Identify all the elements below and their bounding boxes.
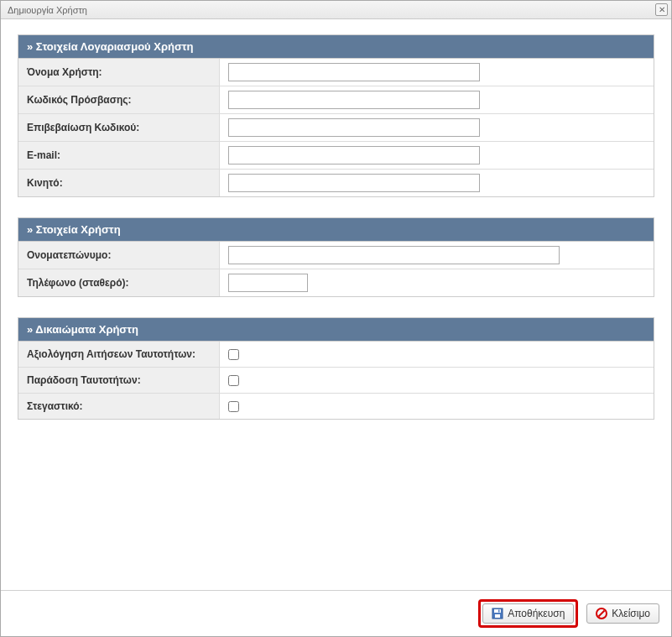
row-fullname: Ονοματεπώνυμο:	[18, 242, 654, 269]
row-eval: Αξιολόγηση Αιτήσεων Ταυτοτήτων:	[18, 342, 654, 368]
label-username: Όνομα Χρήστη:	[18, 59, 220, 86]
label-eval: Αξιολόγηση Αιτήσεων Ταυτοτήτων:	[18, 342, 220, 367]
username-input[interactable]	[228, 63, 480, 81]
svg-rect-1	[494, 609, 501, 613]
label-phone: Τηλέφωνο (σταθερό):	[18, 269, 220, 296]
label-mobile: Κινητό:	[18, 170, 220, 196]
svg-line-5	[599, 611, 605, 617]
row-username: Όνομα Χρήστη:	[18, 59, 654, 86]
label-confirm: Επιβεβαίωση Κωδικού:	[18, 114, 220, 141]
eval-checkbox[interactable]	[228, 349, 239, 360]
row-phone: Τηλέφωνο (σταθερό):	[18, 269, 654, 296]
row-password: Κωδικός Πρόσβασης:	[18, 86, 654, 114]
dialog-window: Δημιουργία Χρήστη ✕ » Στοιχεία Λογαριασμ…	[0, 0, 672, 637]
section-user-header: » Στοιχεία Χρήστη	[18, 218, 654, 242]
window-close-button[interactable]: ✕	[655, 3, 668, 16]
field-fullname	[220, 242, 654, 269]
mobile-input[interactable]	[228, 174, 480, 192]
field-delivery	[220, 368, 654, 393]
section-account-header: » Στοιχεία Λογαριασμού Χρήστη	[18, 35, 654, 59]
content-area: » Στοιχεία Λογαριασμού Χρήστη Όνομα Χρήσ…	[1, 19, 671, 590]
close-icon: ✕	[659, 6, 665, 14]
field-confirm	[220, 114, 654, 141]
save-highlight-box: Αποθήκευση	[478, 599, 578, 628]
field-phone	[220, 269, 654, 296]
window-title: Δημιουργία Χρήστη	[8, 5, 87, 15]
row-delivery: Παράδοση Ταυτοτήτων:	[18, 368, 654, 394]
save-icon	[492, 608, 503, 619]
field-mobile	[220, 170, 654, 196]
label-fullname: Ονοματεπώνυμο:	[18, 242, 220, 269]
section-rights: » Δικαιώματα Χρήστη Αξιολόγηση Αιτήσεων …	[18, 317, 654, 420]
label-password: Κωδικός Πρόσβασης:	[18, 86, 220, 113]
housing-checkbox[interactable]	[228, 401, 239, 412]
field-housing	[220, 394, 654, 419]
phone-input[interactable]	[228, 274, 308, 292]
delivery-checkbox[interactable]	[228, 375, 239, 386]
row-confirm: Επιβεβαίωση Κωδικού:	[18, 114, 654, 142]
row-housing: Στεγαστικό:	[18, 394, 654, 419]
close-button[interactable]: Κλείσιμο	[586, 603, 659, 624]
save-button[interactable]: Αποθήκευση	[482, 603, 574, 624]
row-mobile: Κινητό:	[18, 170, 654, 196]
close-button-label: Κλείσιμο	[612, 608, 650, 619]
field-eval	[220, 342, 654, 367]
svg-rect-3	[498, 610, 500, 613]
label-housing: Στεγαστικό:	[18, 394, 220, 419]
svg-rect-2	[495, 614, 500, 618]
footer: Αποθήκευση Κλείσιμο	[1, 590, 671, 636]
section-user: » Στοιχεία Χρήστη Ονοματεπώνυμο: Τηλέφων…	[18, 217, 654, 297]
label-delivery: Παράδοση Ταυτοτήτων:	[18, 368, 220, 393]
password-input[interactable]	[228, 91, 480, 109]
email-input[interactable]	[228, 146, 480, 164]
cancel-icon	[596, 608, 607, 619]
section-rights-header: » Δικαιώματα Χρήστη	[18, 318, 654, 342]
label-email: E-mail:	[18, 142, 220, 169]
field-email	[220, 142, 654, 169]
field-username	[220, 59, 654, 86]
save-button-label: Αποθήκευση	[508, 608, 565, 619]
section-account: » Στοιχεία Λογαριασμού Χρήστη Όνομα Χρήσ…	[18, 34, 654, 197]
field-password	[220, 86, 654, 113]
row-email: E-mail:	[18, 142, 654, 170]
titlebar: Δημιουργία Χρήστη ✕	[1, 1, 671, 19]
fullname-input[interactable]	[228, 246, 560, 264]
confirm-password-input[interactable]	[228, 118, 480, 137]
